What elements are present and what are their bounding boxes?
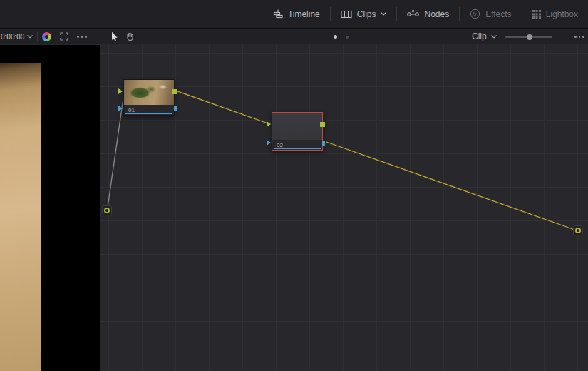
wire-source-to-node01[interactable]: [108, 98, 124, 210]
color-wheel-hole: [45, 35, 48, 39]
clips-label: Clips: [357, 9, 376, 19]
pan-hand-tool-icon[interactable]: [125, 31, 135, 41]
timecode-display[interactable]: 0:00:00: [0, 29, 33, 44]
grade-mode-label: Clip: [472, 31, 487, 41]
grade-mode-dropdown[interactable]: Clip: [472, 29, 497, 44]
node-label-bar: 02: [272, 140, 322, 150]
graph-zoom-slider[interactable]: [505, 29, 552, 44]
timeline-icon: [273, 9, 283, 19]
rgb-input-port[interactable]: [267, 121, 271, 127]
viewer-more-options-icon[interactable]: [77, 36, 87, 38]
ellipsis-dots: [77, 36, 87, 38]
divider: [37, 32, 38, 41]
top-bar: Timeline Clips: [0, 0, 588, 29]
secondary-toolbar: 0:00:00: [0, 29, 588, 44]
nodes-button[interactable]: Nodes: [397, 0, 459, 28]
clips-button[interactable]: Clips: [331, 0, 397, 28]
nodes-icon: [407, 10, 419, 19]
slider-handle[interactable]: [527, 34, 532, 40]
chevron-down-icon: [381, 12, 386, 16]
davinci-color-page: Timeline Clips: [0, 0, 588, 371]
nodes-label: Nodes: [424, 9, 449, 19]
graph-more-options-icon[interactable]: [574, 36, 584, 38]
effects-button[interactable]: fx Effects: [460, 0, 521, 28]
ellipsis-dots: [574, 36, 584, 38]
node-thumbnail: [272, 113, 322, 140]
source-input-node[interactable]: [102, 205, 112, 215]
clips-icon: [341, 10, 352, 19]
lightbox-label: Lightbox: [546, 9, 578, 19]
node-thumbnail: [124, 80, 174, 105]
node-graph-toolbar: Clip: [101, 29, 588, 44]
node-graph-canvas[interactable]: 01 02: [100, 45, 588, 371]
svg-text:fx: fx: [473, 11, 477, 17]
chevron-down-icon: [491, 35, 497, 39]
timeline-button[interactable]: Timeline: [263, 0, 330, 28]
timecode-value: 0:00:00: [1, 33, 24, 41]
viewer-panel: [0, 45, 100, 371]
node-active-underline: [274, 148, 321, 149]
wire-node01-to-node02[interactable]: [177, 91, 268, 123]
wire-node02-to-output[interactable]: [326, 142, 577, 230]
node-label-bar: 01: [124, 105, 174, 115]
key-input-port[interactable]: [267, 140, 271, 146]
corrector-node-02[interactable]: 02: [272, 112, 323, 151]
rgb-output-port[interactable]: [320, 122, 325, 127]
fx-icon: fx: [470, 9, 480, 19]
graph-page-dot-inactive[interactable]: [346, 36, 349, 39]
node-active-underline: [125, 113, 172, 114]
rgb-input-port[interactable]: [118, 88, 123, 94]
output-node[interactable]: [573, 225, 583, 235]
chevron-down-icon: [27, 35, 33, 39]
rgb-output-port[interactable]: [172, 89, 177, 94]
pointer-tool-icon[interactable]: [110, 31, 118, 41]
output-node-dot: [575, 228, 581, 233]
lightbox-button[interactable]: Lightbox: [522, 0, 588, 28]
corrector-node-01[interactable]: 01: [123, 79, 175, 116]
lightbox-icon: [532, 10, 541, 19]
timeline-label: Timeline: [288, 9, 320, 19]
graph-page-indicator: [334, 35, 349, 39]
viewer-toolbar: 0:00:00: [0, 29, 100, 44]
expand-viewer-icon[interactable]: [60, 32, 68, 41]
viewer-video-frame: [0, 63, 41, 371]
effects-label: Effects: [485, 9, 511, 19]
key-input-port[interactable]: [118, 106, 123, 111]
graph-page-dot-active[interactable]: [334, 35, 337, 39]
source-node-dot: [104, 208, 110, 213]
color-wheel-icon[interactable]: [42, 32, 51, 41]
